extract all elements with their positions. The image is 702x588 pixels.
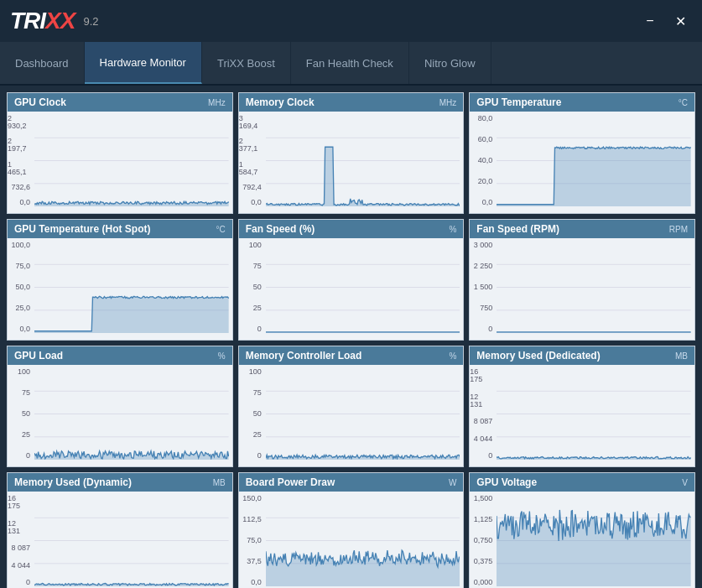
y-label: 0 — [26, 452, 30, 460]
y-label: 25 — [253, 431, 262, 439]
chart-title-gpu-clock: GPU Clock — [14, 96, 66, 108]
close-button[interactable]: ✕ — [668, 9, 692, 33]
chart-gpu-clock: GPU Clock MHz 2 930,22 197,71 465,1732,6… — [7, 92, 233, 214]
chart-title-gpu-load: GPU Load — [14, 350, 63, 362]
charts-grid: GPU Clock MHz 2 930,22 197,71 465,1732,6… — [7, 92, 695, 588]
chart-unit-memory-clock: MHz — [439, 98, 457, 107]
tab-bar: Dashboard Hardware Monitor TriXX Boost F… — [0, 42, 702, 86]
y-label: 112,5 — [242, 516, 262, 523]
y-label: 8 087 — [11, 544, 30, 552]
y-label: 2 197,7 — [8, 138, 30, 153]
tab-hardware-monitor[interactable]: Hardware Monitor — [85, 42, 202, 84]
chart-svg — [497, 368, 691, 460]
y-label: 0 — [257, 452, 262, 460]
y-label: 12 131 — [470, 393, 492, 408]
chart-mem-used-dynamic: Memory Used (Dynamic) MB 16 17512 1318 0… — [7, 472, 233, 588]
chart-area-mem-used-dynamic — [34, 495, 229, 586]
tab-fan-health-check[interactable]: Fan Health Check — [291, 42, 409, 84]
tab-nitro-glow[interactable]: Nitro Glow — [409, 42, 491, 84]
chart-area-gpu-load — [34, 368, 229, 460]
y-label: 75 — [22, 389, 30, 397]
y-label: 60,0 — [478, 136, 493, 143]
y-label: 50 — [22, 410, 30, 418]
y-label: 75 — [253, 263, 262, 270]
y-label: 2 377,1 — [239, 138, 262, 153]
chart-header-memory-clock: Memory Clock MHz — [239, 93, 464, 112]
y-label: 0,375 — [474, 558, 493, 565]
y-labels-board-power-draw: 150,0112,575,037,50,0 — [239, 495, 264, 586]
y-label: 100 — [249, 368, 262, 376]
y-label: 75 — [253, 389, 262, 397]
tab-trixx-boost[interactable]: TriXX Boost — [202, 42, 291, 84]
y-label: 0,750 — [474, 537, 493, 544]
main-content: GPU Clock MHz 2 930,22 197,71 465,1732,6… — [0, 86, 702, 588]
y-label: 50,0 — [15, 284, 30, 291]
chart-fan-speed-pct: Fan Speed (%) % 1007550250 — [238, 219, 465, 341]
chart-svg — [34, 495, 229, 586]
y-label: 37,5 — [247, 558, 262, 565]
chart-header-fan-speed-rpm: Fan Speed (RPM) RPM — [470, 220, 694, 238]
y-label: 0 — [26, 579, 30, 586]
y-label: 1,500 — [474, 495, 493, 502]
chart-area-gpu-clock — [34, 115, 229, 206]
title-bar: TRIXX 9.2 − ✕ — [0, 0, 702, 42]
minimize-button[interactable]: − — [638, 9, 662, 33]
y-label: 75,0 — [15, 263, 30, 270]
chart-header-mem-used-dedicated: Memory Used (Dedicated) MB — [470, 346, 694, 365]
chart-header-board-power-draw: Board Power Draw W — [239, 473, 464, 492]
chart-unit-gpu-clock: MHz — [208, 98, 226, 107]
y-label: 0,0 — [251, 199, 262, 206]
chart-body-board-power-draw: 150,0112,575,037,50,0 — [239, 492, 464, 588]
chart-title-mem-ctrl-load: Memory Controller Load — [246, 350, 362, 362]
chart-mem-used-dedicated: Memory Used (Dedicated) MB 16 17512 1318… — [469, 346, 695, 467]
y-label: 792,4 — [242, 184, 262, 191]
chart-svg — [34, 368, 229, 460]
chart-svg — [266, 115, 460, 206]
y-label: 150,0 — [242, 495, 262, 502]
chart-body-mem-ctrl-load: 1007550250 — [239, 365, 464, 463]
y-label: 100 — [18, 368, 30, 376]
logo: TRIXX 9.2 — [10, 8, 99, 34]
y-label: 0 — [257, 325, 262, 333]
y-label: 16 175 — [470, 368, 492, 383]
y-label: 1,125 — [474, 516, 493, 523]
chart-memory-clock: Memory Clock MHz 3 169,42 377,11 584,779… — [238, 92, 465, 214]
chart-unit-gpu-temp: °C — [679, 98, 688, 107]
chart-svg — [34, 242, 229, 333]
y-labels-mem-ctrl-load: 1007550250 — [239, 368, 264, 460]
chart-unit-gpu-voltage: V — [682, 478, 688, 487]
chart-header-gpu-clock: GPU Clock MHz — [8, 93, 232, 112]
chart-area-memory-clock — [266, 115, 460, 206]
y-label: 0,0 — [19, 199, 30, 206]
chart-body-fan-speed-rpm: 3 0002 2501 5007500 — [470, 238, 694, 336]
y-label: 1 465,1 — [8, 161, 30, 176]
y-label: 25 — [22, 431, 30, 439]
chart-header-gpu-load: GPU Load % — [8, 346, 232, 365]
y-label: 732,6 — [11, 184, 30, 191]
chart-title-gpu-temp-hotspot: GPU Temperature (Hot Spot) — [14, 223, 150, 235]
chart-title-gpu-voltage: GPU Voltage — [476, 476, 537, 488]
chart-svg — [497, 115, 691, 206]
chart-title-fan-speed-pct: Fan Speed (%) — [246, 223, 315, 235]
chart-gpu-temp-hotspot: GPU Temperature (Hot Spot) °C 100,075,05… — [7, 219, 233, 341]
y-label: 12 131 — [8, 520, 30, 535]
y-label: 0 — [488, 452, 492, 460]
y-label: 3 169,4 — [239, 115, 262, 130]
y-label: 2 250 — [474, 263, 493, 270]
y-label: 50 — [253, 284, 262, 291]
y-labels-fan-speed-rpm: 3 0002 2501 5007500 — [470, 242, 495, 333]
chart-title-gpu-temp: GPU Temperature — [476, 96, 561, 108]
chart-title-mem-used-dedicated: Memory Used (Dedicated) — [476, 350, 600, 362]
chart-area-gpu-temp — [497, 115, 691, 206]
y-label: 50 — [253, 410, 262, 418]
chart-unit-fan-speed-pct: % — [449, 225, 456, 234]
chart-area-gpu-temp-hotspot — [34, 242, 229, 333]
chart-body-gpu-temp-hotspot: 100,075,050,025,00,0 — [8, 238, 232, 336]
y-label: 0,0 — [482, 199, 493, 206]
tab-dashboard[interactable]: Dashboard — [0, 42, 85, 84]
chart-gpu-voltage: GPU Voltage V 1,5001,1250,7500,3750,000 — [469, 472, 695, 588]
y-label: 20,0 — [478, 178, 493, 185]
chart-svg — [34, 115, 229, 206]
y-label: 4 044 — [474, 435, 493, 443]
chart-header-gpu-temp-hotspot: GPU Temperature (Hot Spot) °C — [8, 220, 232, 238]
